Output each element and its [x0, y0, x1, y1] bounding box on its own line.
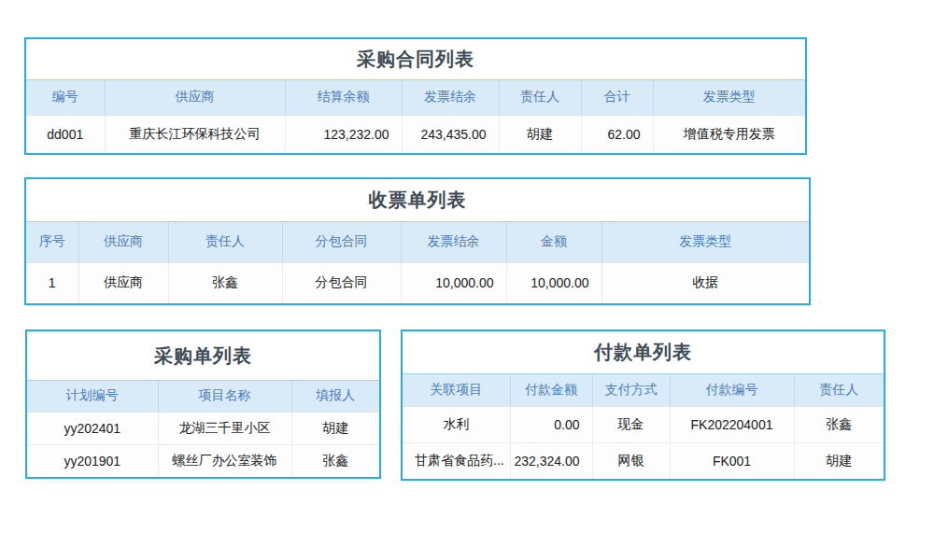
column-header: 结算余额	[285, 80, 402, 115]
payment-note-table-panel: 付款单列表 关联项目 付款金额 支付方式 付款编号 责任人 水利 0.00	[401, 329, 885, 481]
table-row[interactable]: dd001 重庆长江环保科技公司 123,232.00 243,435.00 胡…	[26, 115, 805, 153]
cell-payment-method: 网银	[592, 442, 670, 479]
cell-plan-code: yy201901	[27, 444, 158, 477]
purchase-contract-header-row: 编号 供应商 结算余额 发票结余 责任人 合计 发票类型	[26, 80, 805, 115]
column-header: 编号	[26, 80, 105, 115]
column-header: 关联项目	[403, 374, 510, 406]
column-header: 金额	[506, 222, 601, 262]
column-header: 合计	[581, 80, 653, 115]
table-row[interactable]: 甘肃省食品药... 232,324.00 网银 FK001 胡建	[403, 442, 884, 479]
column-header: 发票结余	[401, 222, 506, 262]
receipt-note-title: 收票单列表	[26, 179, 809, 222]
cell-responsible-person: 胡建	[794, 442, 884, 479]
column-header: 供应商	[78, 222, 168, 262]
cell-contract-code: dd001	[26, 115, 105, 153]
table-row[interactable]: 水利 0.00 现金 FK202204001 张鑫	[403, 406, 884, 442]
cell-total: 62.00	[581, 115, 653, 153]
cell-reporter: 胡建	[291, 412, 379, 444]
table-row[interactable]: yy202401 龙湖三千里小区 胡建	[27, 412, 379, 444]
cell-responsible-person: 胡建	[499, 115, 581, 153]
cell-invoice-type: 收据	[601, 262, 809, 303]
column-header: 发票类型	[653, 80, 805, 115]
purchase-contract-table: 编号 供应商 结算余额 发票结余 责任人 合计 发票类型 dd001 重庆长江环…	[26, 80, 805, 153]
cell-payment-amount: 232,324.00	[510, 442, 592, 479]
column-header: 发票结余	[402, 80, 499, 115]
receipt-note-header-row: 序号 供应商 责任人 分包合同 发票结余 金额 发票类型	[26, 222, 809, 262]
payment-note-header-row: 关联项目 付款金额 支付方式 付款编号 责任人	[403, 374, 884, 406]
column-header: 责任人	[794, 374, 884, 406]
cell-related-project: 甘肃省食品药...	[403, 442, 510, 479]
purchase-order-table: 计划编号 项目名称 填报人 yy202401 龙湖三千里小区 胡建 yy2019…	[27, 381, 379, 477]
purchase-contract-title: 采购合同列表	[26, 39, 805, 80]
column-header: 分包合同	[282, 222, 401, 262]
receipt-note-table: 序号 供应商 责任人 分包合同 发票结余 金额 发票类型 1 供应商 张鑫 分包…	[26, 222, 809, 303]
column-header: 责任人	[168, 222, 282, 262]
cell-project-name: 龙湖三千里小区	[158, 412, 291, 444]
column-header: 责任人	[499, 80, 581, 115]
cell-settlement-balance: 123,232.00	[285, 115, 402, 153]
cell-amount: 10,000.00	[506, 262, 601, 303]
table-row[interactable]: yy201901 螺丝厂办公室装饰 张鑫	[27, 444, 379, 477]
column-header: 填报人	[291, 381, 379, 412]
column-header: 序号	[26, 222, 78, 262]
cell-supplier: 重庆长江环保科技公司	[105, 115, 285, 153]
cell-seq-no: 1	[26, 262, 78, 303]
cell-supplier: 供应商	[78, 262, 168, 303]
payment-note-title: 付款单列表	[403, 331, 884, 374]
payment-note-table: 关联项目 付款金额 支付方式 付款编号 责任人 水利 0.00 现金 FK202…	[403, 374, 884, 479]
cell-payment-code: FK202204001	[670, 406, 794, 442]
column-header: 发票类型	[601, 222, 809, 262]
cell-plan-code: yy202401	[27, 412, 158, 444]
cell-related-project: 水利	[403, 406, 510, 442]
cell-reporter: 张鑫	[291, 444, 379, 477]
column-header: 支付方式	[592, 374, 670, 406]
purchase-order-table-panel: 采购单列表 计划编号 项目名称 填报人 yy202401 龙湖三千里小区 胡建	[25, 329, 381, 479]
purchase-order-title: 采购单列表	[27, 331, 379, 381]
cell-payment-method: 现金	[592, 406, 670, 442]
column-header: 付款编号	[670, 374, 794, 406]
cell-responsible-person: 张鑫	[168, 262, 282, 303]
column-header: 计划编号	[27, 381, 158, 412]
column-header: 项目名称	[158, 381, 291, 412]
purchase-order-header-row: 计划编号 项目名称 填报人	[27, 381, 379, 412]
cell-invoice-balance: 243,435.00	[402, 115, 499, 153]
receipt-note-table-panel: 收票单列表 序号 供应商 责任人 分包合同 发票结余 金额 发票类型	[24, 177, 811, 305]
cell-project-name: 螺丝厂办公室装饰	[158, 444, 291, 477]
report-page: 采购合同列表 编号 供应商 结算余额 发票结余 责任人 合计 发票类型	[0, 0, 934, 560]
cell-payment-code: FK001	[670, 442, 794, 479]
table-row[interactable]: 1 供应商 张鑫 分包合同 10,000.00 10,000.00 收据	[26, 262, 809, 303]
cell-responsible-person: 张鑫	[794, 406, 884, 442]
cell-invoice-balance: 10,000.00	[401, 262, 506, 303]
column-header: 供应商	[105, 80, 285, 115]
cell-subcontract: 分包合同	[282, 262, 401, 303]
cell-payment-amount: 0.00	[510, 406, 592, 442]
column-header: 付款金额	[510, 374, 592, 406]
purchase-contract-table-panel: 采购合同列表 编号 供应商 结算余额 发票结余 责任人 合计 发票类型	[24, 37, 807, 155]
cell-invoice-type: 增值税专用发票	[653, 115, 805, 153]
